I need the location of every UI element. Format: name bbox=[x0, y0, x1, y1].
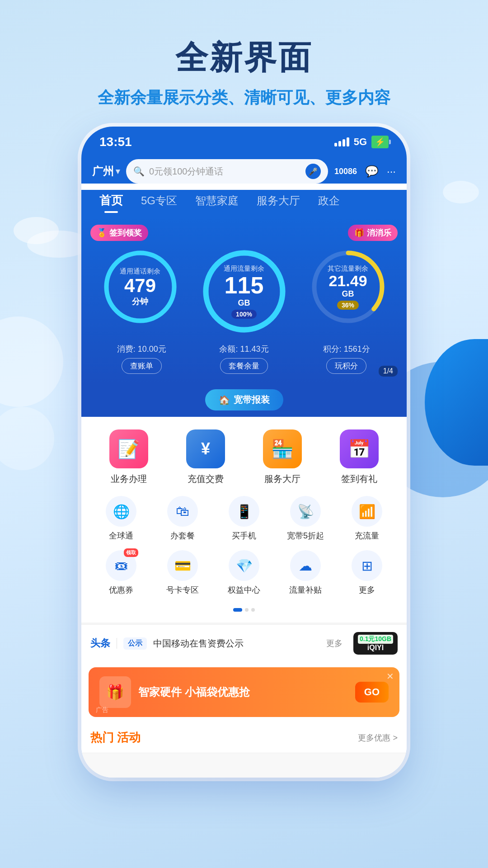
news-more[interactable]: 更多 bbox=[326, 638, 343, 649]
cloud-deco-2 bbox=[27, 231, 90, 258]
broadband-bar: 🏠 宽带报装 bbox=[81, 383, 407, 417]
news-badge: 公示 bbox=[123, 637, 147, 650]
hot-title: 热门 活动 bbox=[90, 730, 141, 745]
secondary-simcard[interactable]: 💳 号卡专区 bbox=[157, 550, 209, 595]
status-time: 13:51 bbox=[99, 135, 132, 149]
top-nav: 广州 ▾ 🔍 0元领100分钟通话 🎤 10086 💬 ··· bbox=[81, 155, 407, 184]
quick-row-1: 📝 业务办理 ¥ 充值交费 🏪 服务大厅 📅 签到有礼 bbox=[90, 429, 398, 485]
iqiyi-brand: iQIYI bbox=[367, 644, 384, 652]
global-icon: 🌐 bbox=[106, 496, 136, 527]
checkin-icon: 📅 bbox=[340, 429, 379, 468]
banner-area: 🏅 签到领奖 🎁 消消乐 bbox=[81, 217, 407, 383]
dot-indicator bbox=[90, 604, 398, 615]
service-hall-icon: 🏪 bbox=[263, 429, 302, 468]
page-title: 全新界面 bbox=[0, 36, 488, 80]
message-icon[interactable]: 💬 bbox=[365, 165, 379, 178]
data-topup-icon: 📶 bbox=[352, 496, 382, 527]
divider bbox=[117, 638, 117, 649]
consumption-text: 消费: 10.00元 bbox=[117, 344, 166, 354]
status-icons: 5G ⚡ bbox=[334, 136, 389, 148]
phone-shop-icon: 📱 bbox=[229, 496, 259, 527]
quick-menu: 📝 业务办理 ¥ 充值交费 🏪 服务大厅 📅 签到有礼 bbox=[81, 417, 407, 623]
dot-1 bbox=[233, 608, 242, 612]
secondary-topup[interactable]: 📶 充流量 bbox=[341, 496, 393, 541]
tab-enterprise[interactable]: 政企 bbox=[309, 191, 349, 211]
package-icon: 🛍 bbox=[167, 496, 198, 527]
dot-2 bbox=[245, 608, 249, 612]
secondary-global[interactable]: 🌐 全球通 bbox=[95, 496, 147, 541]
iqiyi-label: 0.1元10GB bbox=[358, 635, 393, 644]
tab-5g[interactable]: 5G专区 bbox=[132, 191, 186, 211]
hot-more-button[interactable]: 更多优惠 > bbox=[358, 732, 398, 743]
page-subtitle: 全新余量展示分类、清晰可见、更多内容 bbox=[0, 87, 488, 109]
game-badge[interactable]: 🎁 消消乐 bbox=[348, 225, 398, 241]
quick-item-checkin[interactable]: 📅 签到有礼 bbox=[330, 429, 389, 485]
data-gauge[interactable]: 通用流量剩余 115 GB 100% bbox=[194, 247, 294, 335]
home-icon: 🏠 bbox=[219, 395, 230, 406]
secondary-phone[interactable]: 📱 买手机 bbox=[218, 496, 270, 541]
signal-icon bbox=[334, 137, 349, 146]
coupon-icon: 🎟 领取 bbox=[106, 550, 136, 581]
tab-service[interactable]: 服务大厅 bbox=[248, 191, 309, 211]
package-button[interactable]: 套餐余量 bbox=[220, 358, 268, 374]
points-button[interactable]: 玩积分 bbox=[326, 358, 366, 374]
broadband-icon: 📡 bbox=[290, 496, 321, 527]
secondary-data-sub[interactable]: ☁ 流量补贴 bbox=[280, 550, 332, 595]
service-number[interactable]: 10086 bbox=[334, 167, 357, 176]
bottom-spacer bbox=[81, 753, 407, 778]
gauges-row: 通用通话剩余 479 分钟 通用流量剩余 bbox=[90, 247, 398, 335]
news-tag: 头条 bbox=[90, 637, 110, 650]
dot-3 bbox=[251, 608, 255, 612]
ad-close-button[interactable]: ✕ bbox=[386, 671, 394, 682]
business-icon: 📝 bbox=[109, 429, 148, 468]
tab-bar: 首页 5G专区 智慧家庭 服务大厅 政企 bbox=[81, 190, 407, 217]
network-label: 5G bbox=[354, 136, 367, 148]
tab-home[interactable]: 首页 bbox=[90, 190, 132, 211]
mic-button[interactable]: 🎤 bbox=[305, 164, 321, 179]
location-button[interactable]: 广州 ▾ bbox=[92, 164, 120, 179]
iqiyi-promo[interactable]: 0.1元10GB iQIYI bbox=[353, 632, 398, 655]
simcard-icon: 💳 bbox=[167, 550, 198, 581]
quick-item-business[interactable]: 📝 业务办理 bbox=[99, 429, 158, 485]
gift-icon: 🎁 bbox=[354, 228, 364, 238]
quick-item-service-hall[interactable]: 🏪 服务大厅 bbox=[253, 429, 312, 485]
recharge-icon: ¥ bbox=[186, 429, 225, 468]
search-icon: 🔍 bbox=[133, 166, 145, 177]
phone-mockup: 13:51 5G ⚡ 广州 ▾ 🔍 bbox=[81, 127, 407, 778]
secondary-coupon[interactable]: 🎟 领取 优惠券 bbox=[95, 550, 147, 595]
checkin-badge-icon: 🏅 bbox=[97, 228, 107, 238]
tab-smart-home[interactable]: 智慧家庭 bbox=[186, 191, 248, 211]
banner-info-row: 消费: 10.00元 查账单 余额: 11.43元 套餐余量 积分: 1561分… bbox=[90, 344, 398, 374]
search-bar[interactable]: 🔍 0元领100分钟通话 🎤 bbox=[126, 159, 328, 184]
balance-text: 余额: 11.43元 bbox=[219, 344, 268, 354]
secondary-broadband[interactable]: 📡 宽带5折起 bbox=[280, 496, 332, 541]
data-sub-icon: ☁ bbox=[290, 550, 321, 581]
ad-text: 智家硬件 小福袋优惠抢 bbox=[138, 685, 348, 699]
other-gauge[interactable]: 其它流量剩余 21.49 GB 36% bbox=[298, 247, 398, 326]
secondary-more[interactable]: ⊞ 更多 bbox=[341, 550, 393, 595]
secondary-benefits[interactable]: 💎 权益中心 bbox=[218, 550, 270, 595]
hot-activities-header: 热门 活动 更多优惠 > bbox=[81, 722, 407, 753]
ad-tag: 广告 bbox=[96, 706, 108, 714]
secondary-row-2: 🎟 领取 优惠券 💳 号卡专区 💎 权益中心 ☁ 流量补贴 bbox=[90, 550, 398, 595]
battery-icon: ⚡ bbox=[371, 136, 389, 148]
page-header: 全新界面 全新余量展示分类、清晰可见、更多内容 bbox=[0, 0, 488, 123]
broadband-button[interactable]: 🏠 宽带报装 bbox=[205, 389, 283, 410]
chevron-down-icon: ▾ bbox=[116, 166, 120, 176]
secondary-row-1: 🌐 全球通 🛍 办套餐 📱 买手机 📡 宽带5折起 📶 充流量 bbox=[90, 496, 398, 541]
more-menu-icon: ⊞ bbox=[352, 550, 382, 581]
ad-banner[interactable]: 🎁 智家硬件 小福袋优惠抢 GO ✕ 广告 bbox=[89, 667, 399, 717]
secondary-package[interactable]: 🛍 办套餐 bbox=[157, 496, 209, 541]
news-text[interactable]: 中国移动在售资费公示 bbox=[153, 637, 320, 650]
checkin-badge[interactable]: 🏅 签到领奖 bbox=[90, 225, 148, 241]
more-icon[interactable]: ··· bbox=[387, 165, 396, 178]
status-bar: 13:51 5G ⚡ bbox=[81, 127, 407, 155]
quick-item-recharge[interactable]: ¥ 充值交费 bbox=[176, 429, 235, 485]
ad-go-button[interactable]: GO bbox=[355, 682, 389, 703]
search-placeholder-text: 0元领100分钟通话 bbox=[149, 165, 301, 178]
voice-gauge[interactable]: 通用通话剩余 479 分钟 bbox=[90, 247, 190, 326]
points-text: 积分: 1561分 bbox=[323, 344, 370, 354]
cloud-deco-3 bbox=[443, 181, 479, 203]
page-indicator: 1/4 bbox=[379, 366, 398, 377]
bill-button[interactable]: 查账单 bbox=[122, 358, 162, 374]
